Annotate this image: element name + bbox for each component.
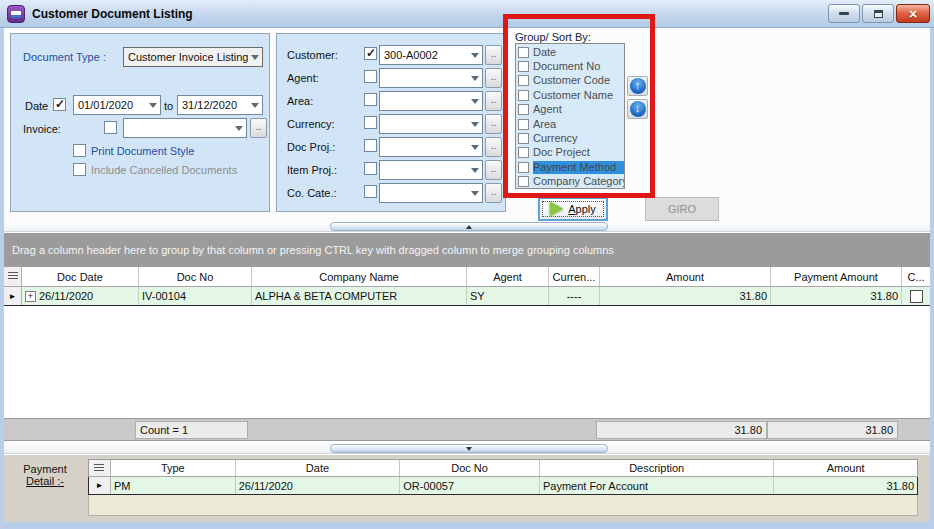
area-select[interactable]	[379, 91, 483, 111]
doc-proj-checkbox[interactable]	[364, 139, 377, 152]
date-from-select[interactable]: 01/01/2020	[73, 95, 161, 115]
maximize-icon	[874, 10, 883, 18]
item-checkbox[interactable]	[518, 176, 529, 187]
item-proj-browse-button[interactable]: ..	[485, 160, 502, 180]
group-sort-item-agent[interactable]: Agent	[516, 103, 624, 117]
include-cancelled-checkbox[interactable]	[73, 163, 86, 176]
column-header-doc-no[interactable]: Doc No	[139, 267, 252, 286]
group-sort-item-payment-method[interactable]: Payment Method	[516, 160, 624, 174]
date-to-select[interactable]: 31/12/2020	[177, 95, 263, 115]
cell-currency[interactable]: ----	[549, 287, 600, 305]
group-sort-listbox: Date Document No Customer Code Customer …	[515, 43, 625, 189]
customer-checkbox[interactable]	[364, 47, 377, 60]
date-checkbox[interactable]	[53, 98, 66, 111]
row-checkbox[interactable]	[910, 290, 923, 303]
date-from-value: 01/01/2020	[78, 99, 133, 111]
item-checkbox[interactable]	[518, 119, 529, 130]
panel-splitter-bottom[interactable]	[4, 443, 930, 454]
document-type-select[interactable]: Customer Invoice Listing	[123, 47, 263, 67]
currency-checkbox[interactable]	[364, 116, 377, 129]
item-checkbox[interactable]	[518, 147, 529, 158]
group-sort-item-area[interactable]: Area	[516, 117, 624, 131]
minimize-button[interactable]	[828, 4, 860, 23]
co-cate-checkbox[interactable]	[364, 185, 377, 198]
column-header-amount[interactable]: Amount	[774, 460, 917, 476]
item-checkbox[interactable]	[518, 133, 529, 144]
column-header-description[interactable]: Description	[540, 460, 774, 476]
group-sort-item-customer-name[interactable]: Customer Name	[516, 88, 624, 102]
group-sort-item-document-no[interactable]: Document No	[516, 59, 624, 73]
column-header-type[interactable]: Type	[111, 460, 236, 476]
doc-proj-select[interactable]	[379, 137, 483, 157]
column-header-date[interactable]: Date	[236, 460, 401, 476]
agent-select[interactable]	[379, 68, 483, 88]
currency-select[interactable]	[379, 114, 483, 134]
cell-doc-no[interactable]: IV-00104	[139, 287, 252, 305]
item-proj-select[interactable]	[379, 160, 483, 180]
column-header-agent[interactable]: Agent	[467, 267, 549, 286]
move-up-button[interactable]: ↑	[627, 76, 648, 96]
group-sort-item-date[interactable]: Date	[516, 45, 624, 59]
group-by-bar[interactable]: Drag a column header here to group by th…	[4, 233, 930, 267]
column-header-check[interactable]: C...	[902, 267, 930, 286]
payment-detail-label[interactable]: Payment Detail :-	[4, 463, 86, 487]
co-cate-select[interactable]	[379, 183, 483, 203]
apply-play-icon	[550, 202, 563, 216]
column-header-doc-date[interactable]: Doc Date	[22, 267, 139, 286]
group-sort-item-currency[interactable]: Currency	[516, 131, 624, 145]
payment-grid-row[interactable]: ► PM 26/11/2020 OR-00057 Payment For Acc…	[88, 477, 918, 495]
column-header-company-name[interactable]: Company Name	[252, 267, 467, 286]
splitter-handle[interactable]	[330, 444, 608, 453]
panel-splitter-top[interactable]	[4, 221, 930, 232]
cell-amount[interactable]: 31.80	[774, 477, 917, 494]
cell-type[interactable]: PM	[111, 477, 236, 494]
item-checkbox[interactable]	[518, 61, 529, 72]
window-titlebar[interactable]: Customer Document Listing	[0, 0, 934, 28]
item-checkbox[interactable]	[518, 47, 529, 58]
currency-browse-button[interactable]: ..	[485, 114, 502, 134]
cell-date[interactable]: 26/11/2020	[236, 477, 401, 494]
cell-company-name[interactable]: ALPHA & BETA COMPUTER	[252, 287, 467, 305]
splitter-handle[interactable]	[330, 222, 608, 231]
invoice-browse-button[interactable]: ..	[250, 118, 267, 138]
move-down-button[interactable]: ↓	[627, 99, 648, 119]
column-header-amount[interactable]: Amount	[600, 267, 771, 286]
cell-amount[interactable]: 31.80	[600, 287, 771, 305]
area-browse-button[interactable]: ..	[485, 91, 502, 111]
column-options-button[interactable]	[4, 267, 22, 286]
agent-browse-button[interactable]: ..	[485, 68, 502, 88]
print-document-style-label: Print Document Style	[91, 145, 194, 157]
cell-payment-amount[interactable]: 31.80	[771, 287, 902, 305]
close-button[interactable]: ×	[896, 4, 930, 23]
invoice-checkbox[interactable]	[104, 121, 117, 134]
group-sort-item-doc-project[interactable]: Doc Project	[516, 146, 624, 160]
grid-row[interactable]: ► +26/11/2020 IV-00104 ALPHA & BETA COMP…	[4, 287, 930, 306]
document-type-label: Document Type :	[23, 51, 106, 63]
column-header-payment-amount[interactable]: Payment Amount	[771, 267, 902, 286]
cell-doc-date[interactable]: +26/11/2020	[22, 287, 139, 305]
customer-select[interactable]: 300-A0002	[379, 45, 483, 65]
item-checkbox[interactable]	[518, 75, 529, 86]
item-checkbox[interactable]	[518, 90, 529, 101]
cell-agent[interactable]: SY	[467, 287, 549, 305]
apply-button[interactable]: Apply	[538, 197, 608, 221]
invoice-select[interactable]	[123, 118, 247, 138]
item-checkbox[interactable]	[518, 162, 529, 173]
column-header-doc-no[interactable]: Doc No	[400, 460, 540, 476]
doc-proj-browse-button[interactable]: ..	[485, 137, 502, 157]
cell-description[interactable]: Payment For Account	[540, 477, 774, 494]
group-sort-item-company-category[interactable]: Company Category	[516, 175, 624, 189]
column-header-currency[interactable]: Curren...	[549, 267, 600, 286]
cell-doc-no[interactable]: OR-00057	[400, 477, 540, 494]
column-options-button[interactable]	[89, 460, 111, 476]
co-cate-browse-button[interactable]: ..	[485, 183, 502, 203]
item-proj-checkbox[interactable]	[364, 162, 377, 175]
print-document-style-checkbox[interactable]	[73, 144, 86, 157]
area-checkbox[interactable]	[364, 93, 377, 106]
maximize-button[interactable]	[862, 4, 894, 23]
expand-row-button[interactable]: +	[25, 291, 36, 302]
customer-browse-button[interactable]: ..	[485, 45, 502, 65]
item-checkbox[interactable]	[518, 104, 529, 115]
group-sort-item-customer-code[interactable]: Customer Code	[516, 74, 624, 88]
agent-checkbox[interactable]	[364, 70, 377, 83]
